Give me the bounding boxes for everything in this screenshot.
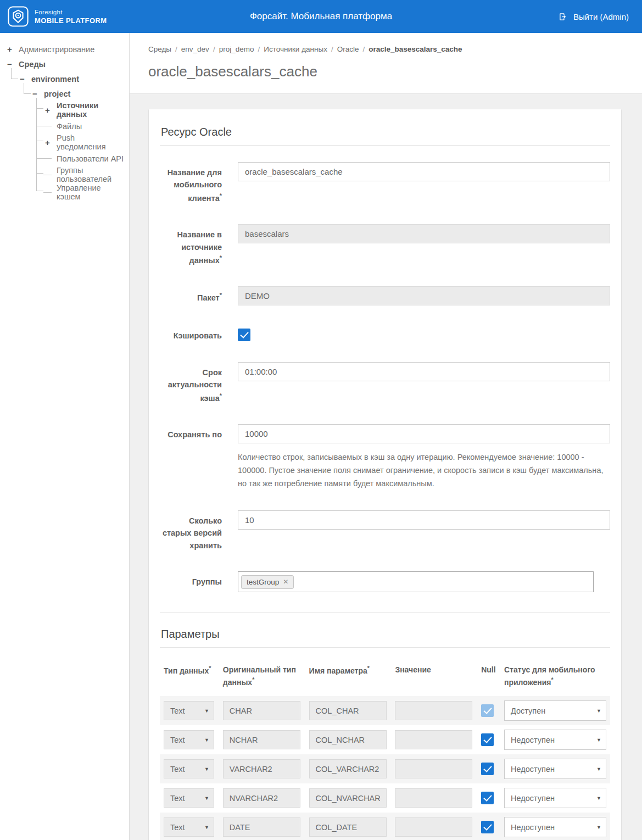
required-asterisk: * [209,665,211,671]
cache-checkbox[interactable] [238,329,250,341]
status-select-value: Недоступен [511,765,555,774]
type-select: Text▼ [164,788,214,808]
params-table-header: Тип данных*Оригинальный тип данных*Имя п… [160,664,610,688]
resource-card: Ресурс Oracle Название для мобильного кл… [149,109,621,840]
expand-icon[interactable]: + [43,105,52,115]
page-title: oracle_basescalars_cache [148,63,623,80]
field-input-4[interactable] [238,362,610,381]
page-head: Среды/env_dev/proj_demo/Источники данных… [130,33,642,94]
chevron-down-icon: ▼ [204,766,209,772]
tree-node: Группы пользователей [43,166,125,183]
null-checkbox[interactable] [481,763,494,775]
sidebar-item-label: Управление кэшем [57,183,125,201]
breadcrumb-item[interactable]: Источники данных [264,45,327,53]
chevron-down-icon: ▼ [204,708,209,714]
field-label: Название для мобильного клиента* [160,162,222,204]
type-select-value: Text [170,765,185,774]
collapse-icon[interactable]: − [18,74,26,84]
value-input [395,730,472,749]
field-label-text: Группы [192,577,222,586]
status-select-value: Доступен [511,707,545,715]
table-row: Text▼Доступен▼ [160,696,610,725]
group-tag: testGroup✕ [241,575,294,589]
remove-tag-icon[interactable]: ✕ [283,578,288,586]
field-input-5[interactable] [238,424,610,443]
resource-section-title: Ресурс Oracle [160,126,610,146]
field-control: testGroup✕ [238,571,610,592]
tree-node: Файлы [43,119,125,133]
table-row: Text▼Недоступен▼ [160,754,610,783]
tree-node: Пользователи API [43,151,125,166]
expand-icon[interactable]: + [5,44,14,54]
tree-node: +Администрирование [5,42,125,57]
value-input [395,817,472,837]
groups-tag-input[interactable]: testGroup✕ [238,571,594,592]
logout-label: Выйти (Admin) [573,12,629,21]
status-select[interactable]: Недоступен▼ [504,730,606,750]
sidebar-item-label: Администрирование [19,45,94,54]
field-control [238,510,610,552]
field-input-6[interactable] [238,510,610,530]
field-input-1 [238,224,610,243]
collapse-icon[interactable]: − [5,59,14,69]
breadcrumb-item[interactable]: proj_demo [219,45,254,53]
null-checkbox[interactable] [481,792,494,804]
original-type-input [223,730,300,749]
status-select[interactable]: Недоступен▼ [504,788,606,808]
status-select[interactable]: Доступен▼ [504,700,606,721]
tree-branch-line [43,175,52,175]
sidebar-item-label: Источники данных [57,101,125,119]
null-checkbox[interactable] [481,821,494,833]
status-select-value: Недоступен [511,736,555,744]
column-header: Null [481,664,495,676]
required-asterisk: * [220,192,222,199]
page-body: Ресурс Oracle Название для мобильного кл… [130,94,642,840]
breadcrumb-item[interactable]: env_dev [181,45,209,53]
tree-node: +Push уведомления [43,133,125,151]
param-name-input [309,701,387,720]
status-select[interactable]: Недоступен▼ [504,759,606,779]
field-input-0[interactable] [238,162,610,181]
field-label: Срок актуальности кэша* [160,362,222,404]
form-row: Кэшировать [160,325,610,342]
original-type-input [223,788,300,808]
null-checkbox [481,704,494,717]
sidebar-item-управление-кэшем[interactable]: Управление кэшем [43,183,125,201]
status-select[interactable]: Недоступен▼ [504,817,606,837]
null-checkbox[interactable] [481,733,494,746]
tree-branch-line [43,158,52,159]
sidebar-item-пользователи-api[interactable]: Пользователи API [43,151,125,166]
tree-branch-line [43,126,52,126]
field-label-text: Название в источнике данных [177,230,222,265]
type-select: Text▼ [164,730,214,749]
field-label: Название в источнике данных* [160,224,222,266]
param-name-input [309,759,387,778]
chevron-down-icon: ▼ [596,825,601,830]
breadcrumb-item[interactable]: Oracle [337,45,359,53]
expand-icon[interactable]: + [43,138,52,147]
form-row: Пакет* [160,286,610,305]
field-label-text: Срок актуальности кэша [168,368,222,403]
resource-form: Название для мобильного клиента*Название… [160,162,610,592]
logout-button[interactable]: Выйти (Admin) [559,12,629,21]
sidebar-item-администрирование[interactable]: +Администрирование [5,42,125,57]
breadcrumb-item[interactable]: Среды [148,45,171,53]
chevron-down-icon: ▼ [596,766,601,772]
sidebar-item-среды[interactable]: −Среды [5,57,125,71]
sidebar-item-группы-пользователей[interactable]: Группы пользователей [43,166,125,183]
section-divider [160,612,610,613]
breadcrumb-separator: / [213,45,215,53]
sidebar-item-environment[interactable]: −environment [18,71,125,86]
field-control [238,325,610,342]
sidebar-item-источники-данных[interactable]: +Источники данных [43,101,125,119]
collapse-icon[interactable]: − [31,89,39,98]
value-input [395,701,472,720]
sidebar-item-project[interactable]: −project [31,86,125,101]
tree-node: −project+Источники данныхФайлы+Push увед… [31,86,125,201]
navigation-tree: +Администрирование−Среды−environment−pro… [5,42,125,201]
breadcrumb-separator: / [362,45,365,53]
required-asterisk: * [220,392,222,399]
sidebar-item-push-уведомления[interactable]: +Push уведомления [43,133,125,151]
breadcrumb: Среды/env_dev/proj_demo/Источники данных… [148,45,623,53]
sidebar-item-файлы[interactable]: Файлы [43,119,125,133]
